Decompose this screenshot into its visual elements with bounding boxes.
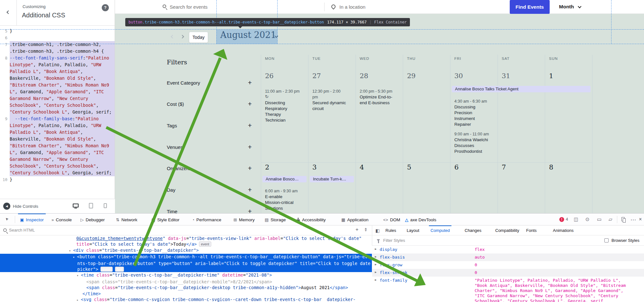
event-title[interactable]: Dissecting [265, 100, 285, 106]
multiday-event-bar[interactable]: Annalise Bosco… [262, 176, 307, 182]
responsive-mode-icon[interactable] [621, 217, 625, 221]
day-number[interactable]: 7 [502, 163, 506, 171]
tab-dom[interactable]: <>DOM [383, 214, 400, 225]
day-number[interactable]: 26 [265, 72, 274, 80]
code-text[interactable]: --tec-font-family-sans-serif:"Palatino L… [10, 55, 115, 115]
event-title[interactable]: Instrument [454, 116, 475, 122]
measure-icon[interactable]: ▱ [609, 216, 612, 222]
today-button[interactable]: Today [189, 32, 208, 43]
plus-icon[interactable]: + [248, 186, 252, 194]
day-number[interactable]: 29 [407, 72, 416, 80]
expander-icon[interactable]: ▶ [375, 270, 376, 274]
view-selector-button[interactable]: Month [559, 4, 574, 10]
sidebar-tab-rules[interactable]: Rules [385, 225, 396, 235]
expander-icon[interactable]: ▶ [375, 247, 376, 251]
next-month-icon[interactable] [180, 35, 184, 38]
sidebar-tab-layout[interactable]: Layout [407, 225, 419, 235]
event-title[interactable]: Precision [454, 110, 472, 116]
back-button[interactable] [0, 0, 17, 26]
tab-accessibility[interactable]: Accessibility [296, 214, 326, 225]
error-badge-icon[interactable]: ! [559, 217, 564, 222]
desktop-preview-icon[interactable] [73, 204, 79, 207]
expander-icon[interactable]: ▶ [375, 263, 376, 266]
event-title[interactable]: Optimize End-to- [360, 94, 392, 100]
markup-row[interactable]: <span class="tribe-events-c-top-bar__dat… [0, 285, 372, 290]
day-number[interactable]: 3 [312, 163, 317, 171]
filter-row-event-category[interactable]: Event Category+ [167, 80, 252, 90]
new-node-icon[interactable]: + [355, 227, 358, 233]
tab-style-editor[interactable]: { }Style Editor [151, 214, 179, 225]
markup-row[interactable]: <span class="tribe-events-c-top-bar__dat… [0, 279, 372, 285]
event-title[interactable]: E-enable [265, 194, 282, 200]
hide-controls-label[interactable]: Hide Controls [13, 204, 38, 209]
tab-performance[interactable]: ◔Performance [192, 214, 221, 225]
badge-event[interactable]: event [199, 242, 211, 247]
day-number[interactable]: 5 [407, 163, 411, 171]
filter-row-day[interactable]: Day+ [167, 187, 252, 197]
code-text[interactable]: } [10, 176, 115, 183]
find-events-button[interactable]: Find Events [510, 0, 550, 14]
tab-debugger[interactable]: ▷Debugger [80, 214, 105, 225]
plus-icon[interactable]: + [248, 207, 252, 213]
search-html-input[interactable]: Search HTML [9, 228, 35, 233]
filter-row-cost-[interactable]: Cost ($)+ [167, 101, 252, 111]
filter-styles-input[interactable]: Filter Styles [383, 238, 405, 243]
event-title[interactable]: Prosthodontist [454, 149, 482, 154]
sidebar-tab-computed[interactable]: Computed [431, 225, 450, 235]
code-text[interactable]: } [10, 28, 115, 34]
event-title[interactable]: Technician [265, 117, 286, 123]
event-title[interactable]: Respiratory [265, 106, 287, 112]
expander-icon[interactable]: ▾ [73, 254, 77, 260]
computed-property[interactable]: display [380, 247, 475, 252]
sidebar-tab-animations[interactable]: Animations [553, 225, 573, 235]
tab-network[interactable]: ⇅Network [116, 214, 137, 225]
filter-row-tags[interactable]: Tags+ [167, 123, 252, 133]
markup-row[interactable]: ▾<div class="tribe-events-c-top-bar__dat… [0, 247, 372, 254]
plus-icon[interactable]: + [248, 122, 252, 129]
computed-property[interactable]: flex-basis [380, 255, 475, 260]
code-text[interactable] [10, 34, 115, 41]
multiday-event-bar[interactable]: Annalise Bosco Talks Ticket Agent [452, 86, 591, 92]
day-number[interactable]: 30 [454, 72, 463, 80]
event-title[interactable]: Christina Waelchi [454, 137, 488, 143]
day-number[interactable]: 2 [265, 163, 269, 171]
screenshot-icon[interactable]: ⊙ [585, 216, 590, 222]
expander-icon[interactable]: ▶ [375, 278, 376, 281]
css-code-editor[interactable]: 5}67.tribe-common-h1, .tribe-common-h2, … [0, 28, 115, 183]
multiday-event-bar[interactable]: Incubate Turn-k… [310, 176, 354, 182]
filter-row-organizers[interactable]: Organizers+ [167, 166, 252, 175]
day-number[interactable]: 31 [502, 72, 510, 80]
markup-row-selected[interactable]: ▾<button class="tribe-common-h3 tribe-co… [0, 254, 372, 272]
pane-toggle-icon[interactable]: ◫ [574, 216, 578, 222]
event-title[interactable]: Discussing [454, 104, 475, 110]
markup-row[interactable]: title="Click to select today's date">Tod… [0, 241, 372, 247]
plus-icon[interactable]: + [248, 143, 252, 151]
event-title[interactable]: end E-business [360, 100, 390, 106]
html-markup-tree[interactable]: 0&customize_theme=twentytwentyone" data-… [0, 235, 372, 302]
filter-row-venues[interactable]: Venues+ [167, 144, 252, 154]
eyedropper-icon[interactable]: ✎ [363, 227, 368, 233]
computed-property[interactable]: flex-shrink [380, 270, 475, 275]
help-icon[interactable]: ? [102, 4, 109, 11]
tab-inspector[interactable]: ▣Inspector [20, 214, 44, 225]
expander-icon[interactable]: ▾ [69, 248, 73, 254]
markup-row[interactable]: </time> [0, 291, 372, 297]
day-number[interactable]: 28 [360, 72, 368, 80]
event-title[interactable]: Repairer [454, 122, 471, 127]
meatball-menu-icon[interactable]: ⋯ [630, 216, 636, 223]
day-number[interactable]: 27 [312, 72, 321, 80]
filter-row-time[interactable]: Time+ [167, 209, 252, 213]
tablet-preview-icon[interactable] [89, 203, 93, 208]
prev-month-icon[interactable] [171, 35, 174, 38]
location-input[interactable]: In a location [339, 4, 365, 10]
markup-row[interactable]: 0&customize_theme=twentytwentyone" data-… [0, 235, 372, 241]
computed-property[interactable]: flex-grow [380, 262, 475, 268]
event-title[interactable]: Therapy [265, 112, 281, 117]
event-title[interactable]: Discusses [454, 143, 474, 149]
collapse-icon[interactable]: ◀ [3, 203, 10, 210]
code-text[interactable]: --tec-font-family-base:"Palatino Linotyp… [10, 115, 115, 176]
event-title[interactable]: Solutions [265, 206, 283, 211]
plus-icon[interactable]: + [248, 79, 252, 87]
day-number[interactable]: 6 [454, 163, 459, 171]
close-devtools-icon[interactable]: × [639, 216, 642, 222]
